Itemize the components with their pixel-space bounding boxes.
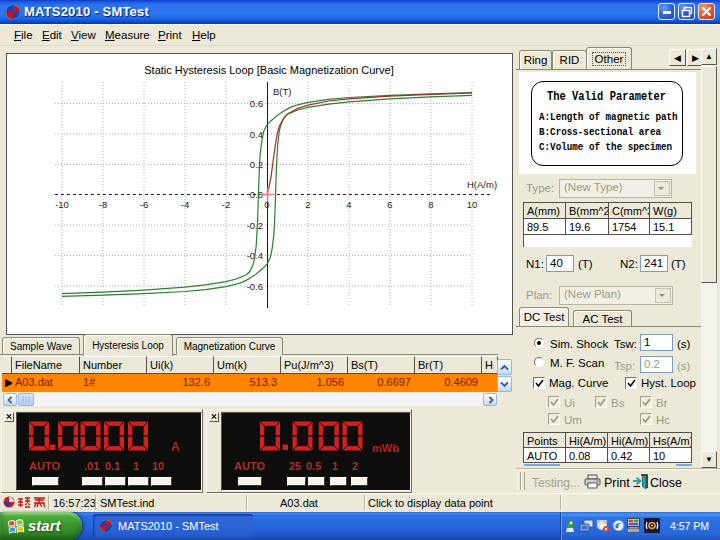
- svg-text:-6: -6: [140, 199, 148, 210]
- svg-text:10: 10: [467, 199, 478, 210]
- svg-text:-2: -2: [222, 199, 230, 210]
- svg-text:-4: -4: [181, 199, 189, 210]
- svg-text:-10: -10: [55, 199, 69, 210]
- svg-text:mWb: mWb: [372, 442, 399, 454]
- svg-text:6: 6: [387, 199, 392, 210]
- svg-text:-0.2: -0.2: [247, 220, 263, 231]
- svg-text:H(A/m): H(A/m): [467, 179, 497, 190]
- svg-text:0.2: 0.2: [250, 159, 263, 170]
- svg-text:Static Hysteresis Loop [Basic: Static Hysteresis Loop [Basic Magnetizat…: [144, 64, 393, 76]
- svg-text:0.6: 0.6: [250, 98, 263, 109]
- svg-text:0.4: 0.4: [250, 129, 263, 140]
- svg-text:-8: -8: [99, 199, 107, 210]
- svg-text:8: 8: [428, 199, 433, 210]
- svg-text:4: 4: [346, 199, 351, 210]
- svg-text:A: A: [171, 440, 180, 454]
- svg-text:2: 2: [305, 199, 310, 210]
- svg-text:-0.6: -0.6: [247, 281, 263, 292]
- svg-text:B(T): B(T): [273, 86, 291, 97]
